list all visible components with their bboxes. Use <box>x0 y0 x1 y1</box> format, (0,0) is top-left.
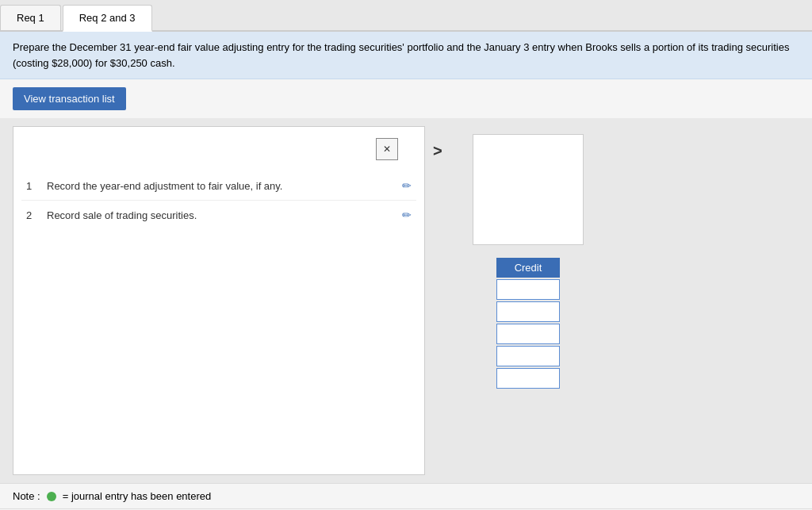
empty-space <box>13 232 424 423</box>
chevron-icon: > <box>433 142 442 159</box>
item-text-1: Record the year-end adjustment to fair v… <box>47 180 394 192</box>
journal-box <box>473 134 584 245</box>
credit-row-1[interactable] <box>496 279 560 300</box>
tab-req2[interactable]: Req 2 and 3 <box>63 5 152 32</box>
credit-row-5[interactable] <box>496 368 560 389</box>
info-bar: Prepare the December 31 year-end fair va… <box>0 32 812 79</box>
note-bar: Note : = journal entry has been entered <box>0 483 812 508</box>
x-btn-area: ✕ <box>13 135 424 168</box>
view-transaction-button[interactable]: View transaction list <box>13 87 126 110</box>
view-btn-bar: View transaction list <box>0 79 812 118</box>
left-panel: ✕ 1 Record the year-end adjustment to fa… <box>13 126 425 475</box>
tabs-bar: Req 1 Req 2 and 3 <box>0 0 812 32</box>
right-panel: > Credit <box>425 126 799 475</box>
chevron-button[interactable]: > <box>433 142 442 160</box>
transaction-list: 1 Record the year-end adjustment to fair… <box>13 168 424 232</box>
item-num-1: 1 <box>26 180 39 192</box>
green-dot-icon <box>47 492 56 501</box>
note-suffix: = journal entry has been entered <box>63 490 212 502</box>
transaction-item-2: 2 Record sale of trading securities. ✏ <box>21 201 416 229</box>
tab-req1[interactable]: Req 1 <box>0 5 61 30</box>
edit-icon-2[interactable]: ✏ <box>402 209 412 221</box>
credit-section: Credit <box>457 258 799 390</box>
credit-row-2[interactable] <box>496 301 560 322</box>
info-text: Prepare the December 31 year-end fair va… <box>13 41 789 69</box>
credit-rows <box>496 279 560 389</box>
journal-box-area <box>473 134 799 253</box>
credit-row-4[interactable] <box>496 346 560 366</box>
item-num-2: 2 <box>26 209 39 221</box>
item-text-2: Record sale of trading securities. <box>47 209 394 221</box>
close-button[interactable]: ✕ <box>376 138 398 160</box>
main-content: ✕ 1 Record the year-end adjustment to fa… <box>0 118 812 483</box>
credit-row-3[interactable] <box>496 324 560 344</box>
close-icon: ✕ <box>383 144 391 155</box>
transaction-item-1: 1 Record the year-end adjustment to fair… <box>21 171 416 201</box>
credit-header: Credit <box>496 258 560 278</box>
note-prefix: Note : <box>13 490 40 502</box>
edit-icon-1[interactable]: ✏ <box>402 179 412 192</box>
